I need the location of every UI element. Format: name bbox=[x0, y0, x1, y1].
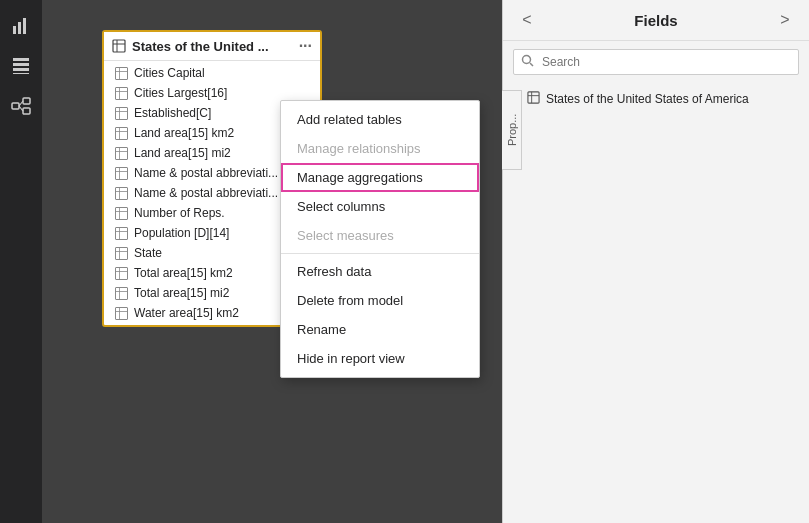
row-label: Total area[15] mi2 bbox=[134, 286, 229, 300]
table-card-header: States of the United ... ··· bbox=[104, 32, 320, 61]
svg-rect-24 bbox=[115, 127, 127, 139]
svg-rect-56 bbox=[528, 92, 539, 103]
svg-rect-6 bbox=[13, 73, 29, 74]
row-table-icon bbox=[114, 266, 128, 280]
table-card-more-button[interactable]: ··· bbox=[299, 38, 312, 54]
fields-section: ▶ States of the United States of America bbox=[503, 83, 809, 114]
row-table-icon bbox=[114, 126, 128, 140]
row-label: Water area[15] km2 bbox=[134, 306, 239, 320]
menu-item-manage-aggregations[interactable]: Manage aggregations bbox=[281, 163, 479, 192]
context-menu: Add related tablesManage relationshipsMa… bbox=[280, 100, 480, 378]
sidebar-item-model[interactable] bbox=[3, 88, 39, 124]
row-table-icon bbox=[114, 106, 128, 120]
fields-panel: < Fields > ▶ States of the United States… bbox=[502, 0, 809, 523]
row-table-icon bbox=[114, 166, 128, 180]
menu-item-select-measures: Select measures bbox=[281, 221, 479, 250]
fields-table-label: States of the United States of America bbox=[546, 92, 749, 106]
svg-rect-2 bbox=[23, 18, 26, 34]
row-table-icon bbox=[114, 86, 128, 100]
table-row[interactable]: Cities Capital bbox=[104, 63, 320, 83]
row-label: Name & postal abbreviati... bbox=[134, 166, 278, 180]
svg-rect-21 bbox=[115, 107, 127, 119]
search-container bbox=[513, 49, 799, 75]
panel-header: < Fields > bbox=[503, 0, 809, 41]
menu-item-add-related[interactable]: Add related tables bbox=[281, 105, 479, 134]
menu-divider bbox=[281, 253, 479, 254]
row-table-icon bbox=[114, 146, 128, 160]
row-label: Land area[15] km2 bbox=[134, 126, 234, 140]
svg-rect-48 bbox=[115, 287, 127, 299]
table-card-title: States of the United ... bbox=[132, 39, 269, 54]
svg-rect-0 bbox=[13, 26, 16, 34]
row-table-icon bbox=[114, 306, 128, 320]
svg-rect-8 bbox=[23, 98, 30, 104]
svg-rect-3 bbox=[13, 58, 29, 61]
svg-rect-45 bbox=[115, 267, 127, 279]
properties-tab[interactable]: Prop... bbox=[502, 90, 522, 170]
panel-title: Fields bbox=[634, 12, 677, 29]
svg-rect-42 bbox=[115, 247, 127, 259]
svg-line-55 bbox=[530, 63, 533, 66]
panel-nav-left[interactable]: < bbox=[515, 8, 539, 32]
fields-table-expand[interactable]: ▶ States of the United States of America bbox=[513, 87, 799, 110]
row-label: Established[C] bbox=[134, 106, 211, 120]
svg-rect-33 bbox=[115, 187, 127, 199]
row-table-icon bbox=[114, 226, 128, 240]
panel-nav-right[interactable]: > bbox=[773, 8, 797, 32]
svg-rect-5 bbox=[13, 68, 29, 71]
search-input[interactable] bbox=[513, 49, 799, 75]
table-header-icon bbox=[112, 39, 126, 53]
row-table-icon bbox=[114, 286, 128, 300]
svg-rect-1 bbox=[18, 22, 21, 34]
search-icon bbox=[521, 54, 534, 70]
svg-rect-51 bbox=[115, 307, 127, 319]
row-table-icon bbox=[114, 66, 128, 80]
row-label: Population [D][14] bbox=[134, 226, 229, 240]
row-table-icon bbox=[114, 246, 128, 260]
row-label: Land area[15] mi2 bbox=[134, 146, 231, 160]
svg-rect-9 bbox=[23, 108, 30, 114]
row-label: Cities Largest[16] bbox=[134, 86, 227, 100]
sidebar-item-data[interactable] bbox=[3, 48, 39, 84]
row-label: Cities Capital bbox=[134, 66, 205, 80]
svg-rect-39 bbox=[115, 227, 127, 239]
svg-rect-4 bbox=[13, 63, 29, 66]
svg-rect-18 bbox=[115, 87, 127, 99]
row-label: Number of Reps. bbox=[134, 206, 225, 220]
svg-point-54 bbox=[523, 56, 531, 64]
row-table-icon bbox=[114, 186, 128, 200]
svg-rect-7 bbox=[12, 103, 19, 109]
svg-rect-36 bbox=[115, 207, 127, 219]
row-label: State bbox=[134, 246, 162, 260]
left-sidebar bbox=[0, 0, 42, 523]
svg-rect-12 bbox=[113, 40, 125, 52]
menu-item-hide-in-report[interactable]: Hide in report view bbox=[281, 344, 479, 373]
row-label: Name & postal abbreviati... bbox=[134, 186, 278, 200]
svg-rect-30 bbox=[115, 167, 127, 179]
row-label: Total area[15] km2 bbox=[134, 266, 233, 280]
menu-item-delete-from-model[interactable]: Delete from model bbox=[281, 286, 479, 315]
sidebar-item-report[interactable] bbox=[3, 8, 39, 44]
fields-table-icon bbox=[527, 91, 540, 106]
menu-item-refresh-data[interactable]: Refresh data bbox=[281, 257, 479, 286]
svg-rect-27 bbox=[115, 147, 127, 159]
menu-item-rename[interactable]: Rename bbox=[281, 315, 479, 344]
row-table-icon bbox=[114, 206, 128, 220]
menu-item-manage-relationships: Manage relationships bbox=[281, 134, 479, 163]
menu-item-select-columns[interactable]: Select columns bbox=[281, 192, 479, 221]
svg-rect-15 bbox=[115, 67, 127, 79]
